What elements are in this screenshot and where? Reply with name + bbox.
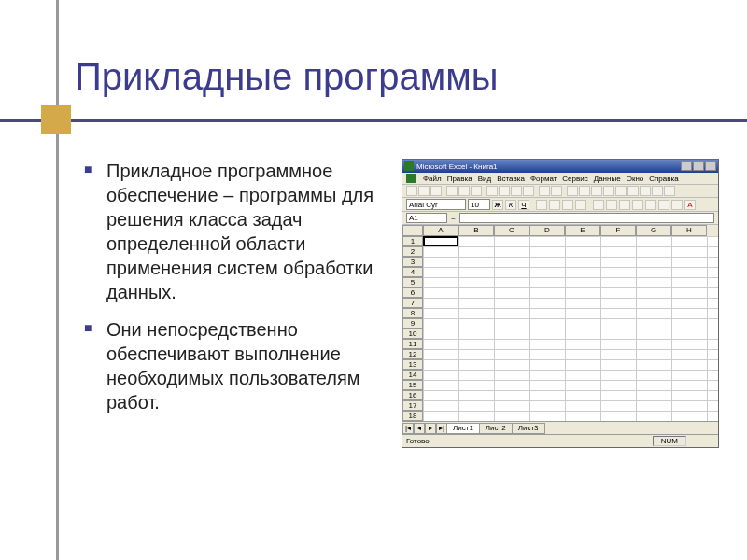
function-icon[interactable] bbox=[579, 186, 590, 196]
sheet-tab[interactable]: Лист1 bbox=[446, 423, 480, 434]
chart-icon[interactable] bbox=[615, 186, 627, 196]
row-header[interactable]: 5 bbox=[402, 277, 423, 287]
col-header[interactable]: G bbox=[636, 225, 671, 236]
row-header[interactable]: 17 bbox=[402, 400, 423, 411]
spreadsheet-grid: A B C D E F G H 1 2 3 4 5 6 7 8 bbox=[402, 225, 718, 421]
sheet-nav-next-icon[interactable]: ▸ bbox=[425, 423, 436, 434]
borders-icon[interactable] bbox=[658, 200, 669, 210]
close-button[interactable] bbox=[705, 161, 716, 171]
menu-file[interactable]: Файл bbox=[423, 175, 442, 183]
row-header[interactable]: 6 bbox=[402, 287, 423, 298]
row-header[interactable]: 13 bbox=[402, 359, 423, 370]
col-header[interactable]: H bbox=[671, 225, 707, 236]
menu-data[interactable]: Данные bbox=[594, 175, 621, 183]
preview-icon[interactable] bbox=[458, 186, 470, 196]
menu-edit[interactable]: Правка bbox=[447, 175, 472, 183]
menu-format[interactable]: Формат bbox=[530, 175, 557, 183]
row-header[interactable]: 15 bbox=[402, 380, 423, 390]
underline-icon[interactable]: Ч bbox=[518, 200, 529, 210]
fill-color-icon[interactable] bbox=[671, 200, 683, 210]
font-size-select[interactable]: 10 bbox=[468, 199, 490, 210]
decor-square bbox=[41, 105, 71, 134]
select-all-corner[interactable] bbox=[402, 225, 423, 236]
paste-icon[interactable] bbox=[511, 186, 522, 196]
sheet-tab[interactable]: Лист3 bbox=[512, 423, 545, 434]
align-left-icon[interactable] bbox=[536, 200, 547, 210]
row-header[interactable]: 16 bbox=[402, 390, 423, 400]
active-cell[interactable] bbox=[423, 236, 458, 246]
autosum-icon[interactable] bbox=[567, 186, 578, 196]
font-color-icon[interactable]: A bbox=[684, 200, 696, 210]
increase-decimal-icon[interactable] bbox=[632, 200, 643, 210]
font-name-select[interactable]: Arial Cyr bbox=[406, 199, 466, 210]
cells-area[interactable] bbox=[423, 236, 718, 421]
row-header[interactable]: 18 bbox=[402, 411, 423, 421]
name-box[interactable]: A1 bbox=[406, 213, 447, 223]
decrease-decimal-icon[interactable] bbox=[645, 200, 656, 210]
row-header[interactable]: 9 bbox=[402, 318, 423, 329]
map-icon[interactable] bbox=[627, 186, 639, 196]
row-header[interactable]: 4 bbox=[402, 267, 423, 277]
formatpainter-icon[interactable] bbox=[523, 186, 534, 196]
cut-icon[interactable] bbox=[486, 186, 498, 196]
col-header[interactable]: C bbox=[494, 225, 529, 236]
row-header[interactable]: 2 bbox=[402, 246, 423, 257]
status-text: Готово bbox=[406, 437, 430, 445]
row-header[interactable]: 3 bbox=[402, 257, 423, 267]
row-header[interactable]: 7 bbox=[402, 298, 423, 308]
spellcheck-icon[interactable] bbox=[471, 186, 482, 196]
formatting-toolbar: Arial Cyr 10 Ж К Ч A bbox=[402, 198, 718, 212]
maximize-button[interactable] bbox=[693, 161, 704, 171]
row-header[interactable]: 10 bbox=[402, 329, 423, 339]
zoom-icon[interactable] bbox=[652, 186, 663, 196]
formula-input[interactable] bbox=[459, 213, 714, 223]
menu-tools[interactable]: Сервис bbox=[562, 175, 587, 183]
sort-desc-icon[interactable] bbox=[603, 186, 614, 196]
sheet-tab[interactable]: Лист2 bbox=[479, 423, 513, 434]
percent-icon[interactable] bbox=[606, 200, 617, 210]
merge-center-icon[interactable] bbox=[575, 200, 586, 210]
align-center-icon[interactable] bbox=[549, 200, 560, 210]
doc-control-icon[interactable] bbox=[406, 174, 416, 183]
new-icon[interactable] bbox=[406, 186, 417, 196]
row-header[interactable]: 11 bbox=[402, 339, 423, 349]
status-bar: Готово NUM bbox=[402, 434, 718, 447]
slide-title: Прикладные программы bbox=[75, 56, 498, 98]
undo-icon[interactable] bbox=[539, 186, 550, 196]
italic-icon[interactable]: К bbox=[505, 200, 516, 210]
menu-view[interactable]: Вид bbox=[478, 175, 491, 183]
row-header[interactable]: 14 bbox=[402, 370, 423, 380]
align-right-icon[interactable] bbox=[562, 200, 573, 210]
comma-icon[interactable] bbox=[619, 200, 630, 210]
row-header[interactable]: 12 bbox=[402, 349, 423, 359]
menu-help[interactable]: Справка bbox=[649, 175, 678, 183]
excel-screenshot: Microsoft Excel - Книга1 Файл Правка Вид… bbox=[402, 159, 719, 448]
sort-asc-icon[interactable] bbox=[591, 186, 602, 196]
row-header[interactable]: 8 bbox=[402, 308, 423, 318]
col-header[interactable]: B bbox=[458, 225, 494, 236]
copy-icon[interactable] bbox=[499, 186, 510, 196]
equals-label: = bbox=[451, 214, 456, 222]
body-text: Прикладное программное обеспечение – про… bbox=[84, 159, 383, 427]
row-header[interactable]: 1 bbox=[402, 236, 423, 246]
print-icon[interactable] bbox=[446, 186, 458, 196]
col-header[interactable]: F bbox=[600, 225, 636, 236]
bold-icon[interactable]: Ж bbox=[492, 200, 503, 210]
redo-icon[interactable] bbox=[551, 186, 562, 196]
drawing-icon[interactable] bbox=[640, 186, 651, 196]
menu-insert[interactable]: Вставка bbox=[497, 175, 525, 183]
help-icon[interactable] bbox=[664, 186, 675, 196]
minimize-button[interactable] bbox=[681, 161, 692, 171]
numlock-indicator: NUM bbox=[653, 436, 686, 446]
col-header[interactable]: E bbox=[565, 225, 600, 236]
save-icon[interactable] bbox=[430, 186, 442, 196]
col-header[interactable]: D bbox=[529, 225, 565, 236]
currency-icon[interactable] bbox=[593, 200, 604, 210]
excel-app-icon bbox=[404, 161, 414, 171]
open-icon[interactable] bbox=[418, 186, 430, 196]
sheet-nav-first-icon[interactable]: |◂ bbox=[402, 423, 414, 434]
bullet-item: Прикладное программное обеспечение – про… bbox=[84, 159, 383, 304]
menu-window[interactable]: Окно bbox=[627, 175, 644, 183]
sheet-nav-prev-icon[interactable]: ◂ bbox=[414, 423, 425, 434]
col-header[interactable]: A bbox=[423, 225, 458, 236]
